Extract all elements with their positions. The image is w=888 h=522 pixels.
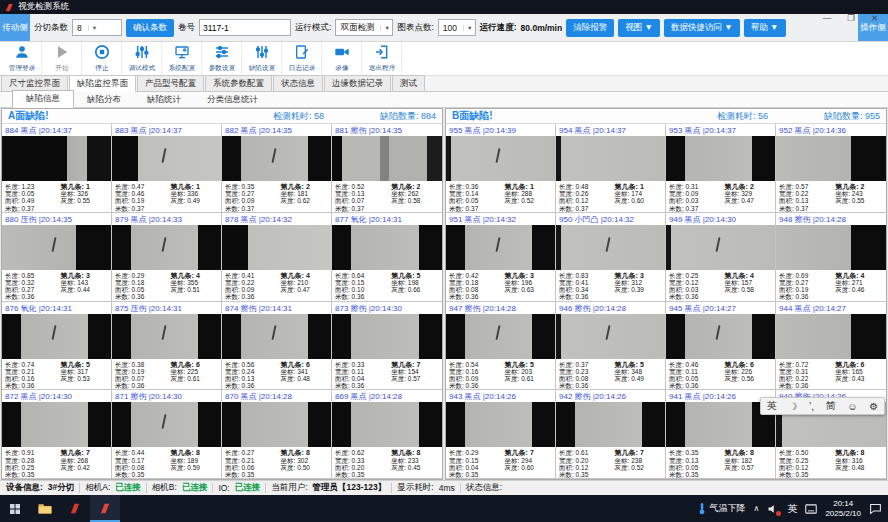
stat-length: 长度: 1.23 (5, 183, 61, 190)
stat-area: 面积: 0.09 (449, 375, 505, 382)
defect-cell[interactable]: 949 黑点 |20:14:30 长度: 0.25 宽度: 0.12 面积: 0… (666, 213, 776, 302)
defect-cell[interactable]: 872 黑点 |20:14:30 长度: 0.91 宽度: 0.28 面积: 0… (2, 390, 112, 479)
action-user-button[interactable]: 管理登录 (2, 42, 42, 75)
view-menu-button[interactable]: 视图 ▼ (618, 19, 660, 37)
defect-cell[interactable]: 955 黑点 |20:14:39 长度: 0.36 宽度: 0.14 面积: 0… (446, 124, 556, 213)
defect-cell[interactable]: 953 黑点 |20:14:37 长度: 0.31 宽度: 0.09 面积: 0… (666, 124, 776, 213)
confirm-count-button[interactable]: 确认条数 (126, 19, 174, 37)
action-exit-button[interactable]: 退出程序 (362, 42, 402, 75)
action-monitor-button[interactable]: 系统配置 (162, 42, 202, 75)
main-tab[interactable]: 状态信息 (273, 75, 323, 91)
defect-cell[interactable]: 878 黑点 |20:14:32 长度: 0.41 宽度: 0.22 面积: 0… (222, 213, 332, 302)
weather-widget[interactable]: 气温下降 (698, 502, 746, 515)
close-button[interactable]: ✕ (871, 13, 878, 23)
ime-item[interactable]: ⚙ (869, 401, 878, 412)
tray-expand-caret[interactable]: ∧ (754, 504, 760, 513)
defect-cell[interactable]: 954 黑点 |20:14:37 长度: 0.48 宽度: 0.26 面积: 0… (556, 124, 666, 213)
defect-cell[interactable]: 879 黑点 |20:14:33 长度: 0.29 宽度: 0.18 面积: 0… (112, 213, 222, 302)
display-time-value: 4ms (439, 483, 455, 493)
defect-cell[interactable]: 882 黑点 |20:14:35 长度: 0.35 宽度: 0.27 面积: 0… (222, 124, 332, 213)
defect-cell[interactable]: 943 黑点 |20:14:26 长度: 0.29 宽度: 0.15 面积: 0… (446, 390, 556, 479)
stat-strip: 第几条: 6 (171, 361, 218, 368)
main-tab[interactable]: 系统参数配置 (205, 75, 272, 91)
action-center-icon[interactable] (869, 502, 882, 515)
stat-coord: 坐标: 341 (281, 368, 328, 375)
chart-points-select[interactable]: 100 ▼ (438, 19, 476, 36)
help-menu-button[interactable]: 帮助 ▼ (744, 19, 786, 37)
sub-tab[interactable]: 缺陷信息 (12, 90, 74, 108)
defect-cell-header: 878 黑点 |20:14:32 (222, 213, 331, 225)
defect-cell[interactable]: 948 擦伤 |20:14:28 长度: 0.69 宽度: 0.27 面积: 0… (776, 213, 886, 302)
sub-tab[interactable]: 缺陷统计 (134, 92, 194, 107)
stat-gray: 灰度: 0.45 (391, 464, 439, 471)
app-taskbar-button-active[interactable] (90, 495, 120, 522)
ime-item[interactable]: 英 (767, 399, 777, 413)
defect-cell[interactable]: 873 擦伤 |20:14:30 长度: 0.33 宽度: 0.11 面积: 0… (332, 302, 442, 391)
defect-cell[interactable]: 884 黑点 |20:14:37 长度: 1.23 宽度: 0.05 面积: 0… (2, 124, 112, 213)
defect-cell-header: 942 擦伤 |20:14:26 (556, 390, 665, 402)
defect-cell[interactable]: 945 黑点 |20:14:27 长度: 0.46 宽度: 0.11 面积: 0… (666, 302, 776, 391)
sub-tab[interactable]: 分类信息统计 (194, 92, 271, 107)
defect-cell[interactable]: 944 黑点 |20:14:27 长度: 0.72 宽度: 0.31 面积: 0… (776, 302, 886, 391)
main-tab[interactable]: 产品型号配置 (137, 75, 204, 91)
defect-stats: 长度: 0.25 宽度: 0.12 面积: 0.03 米数: 0.36 第几条:… (666, 270, 775, 301)
defect-cell[interactable]: 869 黑点 |20:14:28 长度: 0.62 宽度: 0.33 面积: 0… (332, 390, 442, 479)
stat-length: 长度: 0.56 (225, 361, 281, 368)
action-stop-button[interactable]: 停止 (82, 42, 122, 75)
defect-stats: 长度: 0.91 宽度: 0.28 面积: 0.25 米数: 0.35 第几条:… (2, 447, 111, 478)
ime-item[interactable]: ’, (809, 401, 814, 412)
defect-cell[interactable]: 876 氧化 |20:14:31 长度: 0.74 宽度: 0.21 面积: 0… (2, 302, 112, 391)
ime-item[interactable]: ☺ (847, 401, 857, 412)
defect-cell[interactable]: 871 擦伤 |20:14:30 长度: 0.44 宽度: 0.17 面积: 0… (112, 390, 222, 479)
action-camera-button[interactable]: 录像 (322, 42, 362, 75)
ime-toolbar[interactable]: 英☽’,简☺⚙ (760, 397, 885, 415)
clear-alarm-button[interactable]: 清除报警 (566, 19, 614, 37)
defect-cell[interactable]: 946 擦伤 |20:14:28 长度: 0.37 宽度: 0.23 面积: 0… (556, 302, 666, 391)
app-taskbar-button[interactable] (60, 495, 90, 522)
stat-meter: 米数: 0.36 (335, 382, 391, 389)
main-tab[interactable]: 边缘数据记录 (324, 75, 391, 91)
taskbar-clock[interactable]: 20:14 2025/2/10 (825, 499, 861, 518)
defect-cell[interactable]: 877 氧化 |20:14:31 长度: 0.64 宽度: 0.15 面积: 0… (332, 213, 442, 302)
main-tab[interactable]: 缺陷监控界面 (69, 75, 136, 92)
stat-coord: 坐标: 174 (615, 190, 662, 197)
start-button[interactable] (0, 495, 30, 522)
ime-panel-icon[interactable] (805, 504, 817, 514)
defect-cell[interactable]: 950 小凹凸 |20:14:32 长度: 0.83 宽度: 0.41 面积: … (556, 213, 666, 302)
defect-cell[interactable]: 874 擦伤 |20:14:31 长度: 0.56 宽度: 0.24 面积: 0… (222, 302, 332, 391)
defect-cell[interactable]: 947 擦伤 |20:14:28 长度: 0.54 宽度: 0.16 面积: 0… (446, 302, 556, 391)
defect-cell[interactable]: 951 黑点 |20:14:32 长度: 0.42 宽度: 0.18 面积: 0… (446, 213, 556, 302)
action-slidersH-button[interactable]: 参数设置 (202, 42, 242, 75)
divider (146, 483, 147, 493)
ime-language-indicator[interactable]: 英 (787, 502, 797, 516)
sub-tab[interactable]: 缺陷分布 (74, 92, 134, 107)
defect-cell[interactable]: 952 黑点 |20:14:36 长度: 0.57 宽度: 0.22 面积: 0… (776, 124, 886, 213)
stat-coord: 坐标: 157 (725, 279, 772, 286)
defect-cell[interactable]: 880 压伤 |20:14:35 长度: 0.85 宽度: 0.32 面积: 0… (2, 213, 112, 302)
run-mode-select[interactable]: 双面检测 ▼ (335, 19, 393, 36)
action-tune-button[interactable]: 调试模式 (122, 42, 162, 75)
defect-cell[interactable]: 870 黑点 |20:14:28 长度: 0.27 宽度: 0.21 面积: 0… (222, 390, 332, 479)
ime-item[interactable]: 简 (826, 399, 836, 413)
file-explorer-button[interactable] (30, 495, 60, 522)
drive-side-chip[interactable]: 传动侧 (0, 14, 30, 41)
defect-cell[interactable]: 883 黑点 |20:14:37 长度: 0.47 宽度: 0.46 面积: 0… (112, 124, 222, 213)
volume-button[interactable] (767, 503, 779, 515)
main-tab[interactable]: 测试 (392, 75, 425, 91)
data-quick-access-button[interactable]: 数据快捷访问 ▼ (664, 19, 740, 37)
roll-input[interactable] (199, 19, 291, 36)
slit-count-select[interactable]: 8 ▼ (72, 19, 122, 36)
main-tab[interactable]: 尺寸监控界面 (1, 75, 68, 91)
defect-cell[interactable]: 875 压伤 |20:14:31 长度: 0.38 宽度: 0.19 面积: 0… (112, 302, 222, 391)
minimize-button[interactable]: — (823, 13, 832, 23)
maximize-button[interactable]: ❐ (847, 13, 855, 23)
stat-coord: 坐标: 196 (505, 279, 552, 286)
defect-cell-header: 877 氧化 |20:14:31 (332, 213, 442, 225)
defect-cell[interactable]: 942 擦伤 |20:14:26 长度: 0.61 宽度: 0.20 面积: 0… (556, 390, 666, 479)
ime-item[interactable]: ☽ (788, 401, 797, 412)
defect-image (112, 225, 221, 270)
action-play-button[interactable]: 开始 (42, 42, 82, 75)
action-slidersV-button[interactable]: 缺陷设置 (242, 42, 282, 75)
defect-cell[interactable]: 881 擦伤 |20:14:35 长度: 0.52 宽度: 0.13 面积: 0… (332, 124, 442, 213)
action-log-button[interactable]: 日志记录 (282, 42, 322, 75)
